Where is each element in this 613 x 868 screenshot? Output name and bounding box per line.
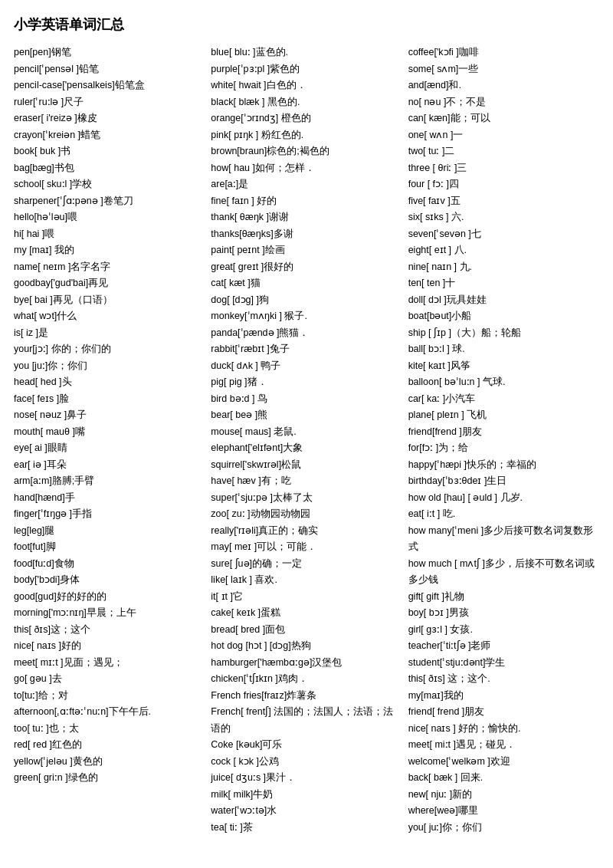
word-item: eye[ ai ]眼睛 bbox=[14, 440, 205, 457]
word-item: how old [hau] [ əuld ] 几岁. bbox=[408, 490, 599, 507]
word-item: you [juː]你；你们 bbox=[14, 358, 205, 375]
word-item: this[ ðɪs]这；这个 bbox=[14, 622, 205, 639]
word-item: pencil[ˈpensəl ]铅笔 bbox=[14, 61, 205, 78]
word-item: orange[ˈɔrɪndʒ] 橙色的 bbox=[211, 110, 402, 127]
word-item: ship [ ʃɪp ]（大）船；轮船 bbox=[408, 325, 599, 342]
word-item: four [ fɔː ]四 bbox=[408, 176, 599, 193]
word-item: how much [ mʌtʃ ]多少，后接不可数名词或多少钱 bbox=[408, 556, 599, 589]
word-item: black[ blæk ] 黑色的. bbox=[211, 94, 402, 111]
word-item: juice[ dʒuːs ]果汁． bbox=[211, 770, 402, 787]
word-item: for[fɔː ]为；给 bbox=[408, 440, 599, 457]
word-item: nine[ naɪn ] 九. bbox=[408, 259, 599, 276]
word-item: your[jɔː] 你的；你们的 bbox=[14, 341, 205, 358]
word-item: thank[ θæŋk ]谢谢 bbox=[211, 209, 402, 226]
word-item: French fries[fraɪz]炸薯条 bbox=[211, 688, 402, 705]
word-item: goodbay['gud'bai]再见 bbox=[14, 275, 205, 292]
word-item: friend[frend ]朋友 bbox=[408, 424, 599, 441]
word-item: how[ hau ]如何；怎样． bbox=[211, 160, 402, 177]
word-item: monkey[ˈmʌŋki ] 猴子. bbox=[211, 308, 402, 325]
word-item: elephant['elɪfənt]大象 bbox=[211, 440, 402, 457]
word-item: meet[ miːt ]遇见；碰见． bbox=[408, 737, 599, 754]
word-item: boat[bəut]小船 bbox=[408, 308, 599, 325]
word-item: plane[ pleɪn ] 飞机 bbox=[408, 407, 599, 424]
word-item: six[ sɪks ] 六. bbox=[408, 209, 599, 226]
word-item: it[ ɪt ]它 bbox=[211, 589, 402, 606]
word-item: face[ feɪs ]脸 bbox=[14, 391, 205, 408]
word-item: eraser[ i'reizə ]橡皮 bbox=[14, 110, 205, 127]
word-item: mouth[ mauθ ]嘴 bbox=[14, 424, 205, 441]
word-item: three [ θriː ]三 bbox=[408, 160, 599, 177]
word-item: nice[ naɪs ]好的 bbox=[14, 638, 205, 655]
word-item: boy[ bɔɪ ]男孩 bbox=[408, 605, 599, 622]
word-item: balloon[ bəˈluːn ] 气球. bbox=[408, 374, 599, 391]
word-item: teacher[ˈtiːtʃə ]老师 bbox=[408, 638, 599, 655]
word-item: happy[ˈhæpi ]快乐的；幸福的 bbox=[408, 457, 599, 474]
word-item: gift[ gift ]礼物 bbox=[408, 589, 599, 606]
word-item: are[aː]是 bbox=[211, 176, 402, 193]
word-item: dog[ [dɔg] ]狗 bbox=[211, 292, 402, 309]
word-item: you[ juː]你；你们 bbox=[408, 820, 599, 837]
word-item: green[ griːn ]绿色的 bbox=[14, 770, 205, 787]
word-item: birthday[ˈbɜːθdeɪ ]生日 bbox=[408, 473, 599, 490]
word-item: sure[ ʃuə]的确；一定 bbox=[211, 556, 402, 573]
word-item: pink[ pɪŋk ] 粉红色的. bbox=[211, 127, 402, 144]
word-item: two[ tuː ]二 bbox=[408, 143, 599, 160]
word-item: girl[ gɜːl ] 女孩. bbox=[408, 622, 599, 639]
word-item: nice[ naɪs ] 好的；愉快的. bbox=[408, 721, 599, 738]
word-item: foot[fut]脚 bbox=[14, 539, 205, 556]
column-1: pen[pen]钢笔pencil[ˈpensəl ]铅笔pencil-case[… bbox=[14, 44, 211, 787]
word-item: squirrel['skwɪrəl]松鼠 bbox=[211, 457, 402, 474]
word-item: water[ˈwɔːtə]水 bbox=[211, 803, 402, 820]
word-item: hi[ hai ]喂 bbox=[14, 226, 205, 243]
word-item: can[ kæn]能；可以 bbox=[408, 110, 599, 127]
word-item: arm[aːm]胳膊;手臂 bbox=[14, 473, 205, 490]
word-item: five[ faɪv ]五 bbox=[408, 193, 599, 210]
word-item: super[ˈsjuːpə ]太棒了太 bbox=[211, 490, 402, 507]
word-item: what[ wɔt]什么 bbox=[14, 308, 205, 325]
word-item: friend[ frend ]朋友 bbox=[408, 704, 599, 721]
word-item: red[ red ]红色的 bbox=[14, 737, 205, 754]
word-item: thanks[θæŋks]多谢 bbox=[211, 226, 402, 243]
word-item: coffee['kɔfi ]咖啡 bbox=[408, 44, 599, 61]
word-item: yellow[ˈjeləu ]黄色的 bbox=[14, 754, 205, 771]
word-item: purple[ˈpɜːpl ]紫色的 bbox=[211, 61, 402, 78]
word-item: my [maɪ] 我的 bbox=[14, 242, 205, 259]
word-item: afternoon[ˌɑːftəːˈnuːn]下午午后. bbox=[14, 704, 205, 721]
word-item: how many[ˈmeni ]多少后接可数名词复数形式 bbox=[408, 523, 599, 556]
word-item: go[ gəu ]去 bbox=[14, 671, 205, 688]
word-item: to[tuː]给；对 bbox=[14, 688, 205, 705]
word-item: too[ tuː ]也；太 bbox=[14, 721, 205, 738]
word-item: ten[ ten ]十 bbox=[408, 275, 599, 292]
word-item: meet[ mɪːt ]见面；遇见； bbox=[14, 655, 205, 672]
word-item: panda[ˈpændə ]熊猫． bbox=[211, 325, 402, 342]
word-item: ball[ bɔːl ] 球. bbox=[408, 341, 599, 358]
word-item: food[fuːd]食物 bbox=[14, 556, 205, 573]
word-item: no[ nəu ]不；不是 bbox=[408, 94, 599, 111]
word-columns: pen[pen]钢笔pencil[ˈpensəl ]铅笔pencil-case[… bbox=[14, 44, 599, 836]
word-item: new[ njuː ]新的 bbox=[408, 787, 599, 804]
word-item: nose[ nəuz ]鼻子 bbox=[14, 407, 205, 424]
word-item: rabbit[ˈræbɪt ]兔子 bbox=[211, 341, 402, 358]
word-item: head[ hed ]头 bbox=[14, 374, 205, 391]
word-item: pencil-case['pensalkeis]铅笔盒 bbox=[14, 77, 205, 94]
word-item: milk[ milk]牛奶 bbox=[211, 787, 402, 804]
word-item: tea[ tiː ]茶 bbox=[211, 820, 402, 837]
word-item: cake[ keɪk ]蛋糕 bbox=[211, 605, 402, 622]
word-item: cock [ kɔk ]公鸡 bbox=[211, 754, 402, 771]
word-item: morning['mɔːnɪŋ]早晨；上午 bbox=[14, 605, 205, 622]
word-item: back[ bæk ] 回来. bbox=[408, 770, 599, 787]
word-item: hamburger['hæmbɑːgə]汉堡包 bbox=[211, 655, 402, 672]
word-item: eight[ eɪt ] 八. bbox=[408, 242, 599, 259]
word-item: welcome[ˈwelkəm ]欢迎 bbox=[408, 754, 599, 771]
word-item: chicken[ˈtʃɪkɪn ]鸡肉． bbox=[211, 671, 402, 688]
word-item: school[ skuːl ]学校 bbox=[14, 176, 205, 193]
word-item: body['bɔdi]身体 bbox=[14, 572, 205, 589]
word-item: may[ meɪ ]可以；可能． bbox=[211, 539, 402, 556]
word-item: bird bəːd ] 鸟 bbox=[211, 391, 402, 408]
word-item: brown[braun]棕色的;褐色的 bbox=[211, 143, 402, 160]
word-item: duck[ dʌk ] 鸭子 bbox=[211, 358, 402, 375]
word-item: hand[hænd]手 bbox=[14, 490, 205, 507]
word-item: great[ greɪt ]很好的 bbox=[211, 259, 402, 276]
word-item: ruler[ˈruːlə ]尺子 bbox=[14, 94, 205, 111]
word-item: good[gud]好的好的的 bbox=[14, 589, 205, 606]
